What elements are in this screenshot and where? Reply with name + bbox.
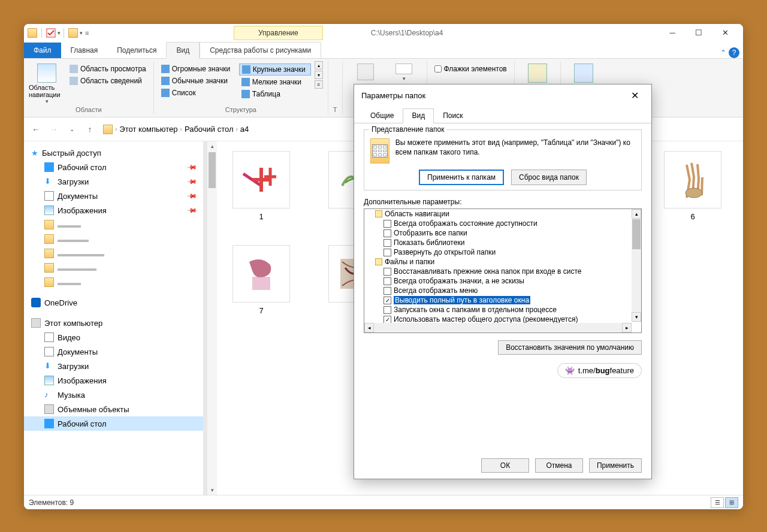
file-item[interactable]: 7 [231,245,291,315]
dialog-tab-general[interactable]: Общие [361,108,403,123]
file-label: 1 [259,212,263,221]
sidebar-recent-folder[interactable]: ▬▬▬ [24,275,203,289]
tree-category-files[interactable]: Файлы и папки [364,257,641,267]
tree-item[interactable]: Всегда отображать меню [364,286,641,295]
breadcrumb-seg-1[interactable]: Рабочий стол› [185,125,238,134]
tree-item[interactable]: Всегда отображать состояние доступности [364,219,641,228]
sidebar-item-downloads[interactable]: ⬇Загрузки📌 [24,174,203,189]
status-view-details[interactable]: ☰ [711,497,724,508]
reset-folders-button[interactable]: Сброс вида папок [511,170,587,185]
sidebar-item-pictures-pc[interactable]: Изображения [24,373,203,388]
sidebar-recent-folder[interactable]: ▬▬▬▬▬▬ [24,246,203,261]
layout-details[interactable]: Таблица [239,89,311,99]
advanced-settings-tree[interactable]: Область навигации Всегда отображать сост… [364,208,642,333]
sidebar-item-videos[interactable]: Видео [24,330,203,344]
maximize-button[interactable]: ☐ [686,24,712,41]
close-button[interactable]: ✕ [712,24,738,41]
pin-icon: 📌 [186,176,197,187]
minimize-button[interactable]: ─ [659,24,686,41]
quick-access-header[interactable]: ★ Быстрый доступ [24,146,203,160]
tree-item[interactable]: Показать библиотеки [364,238,641,247]
tab-home[interactable]: Главная [61,43,108,58]
pin-icon: 📌 [186,161,197,173]
restore-defaults-button[interactable]: Восстановить значения по умолчанию [498,340,642,355]
preview-pane-toggle[interactable]: Область просмотра [67,64,149,74]
back-button[interactable]: ← [29,122,43,137]
sidebar-recent-folder[interactable]: ▬▬▬ [24,217,203,232]
dialog-tab-search[interactable]: Поиск [434,108,472,123]
layout-extra-large[interactable]: Огромные значки [159,64,237,74]
details-pane-toggle[interactable]: Область сведений [67,75,149,86]
status-view-icons[interactable]: ⊞ [725,497,738,508]
qat-props[interactable]: ▾ [45,28,61,38]
sidebar-scrollbar[interactable]: ▴ ▾ [207,141,217,495]
tree-item[interactable]: Запускать окна с папками в отдельном про… [364,305,641,315]
onedrive-header[interactable]: OneDrive [24,295,203,310]
cancel-button[interactable]: Отмена [535,458,583,473]
apply-button[interactable]: Применить [589,458,642,473]
tree-category-nav[interactable]: Область навигации [364,209,641,219]
item-checkboxes-toggle[interactable]: Флажки элементов [432,64,509,74]
sidebar-item-documents-pc[interactable]: Документы [24,344,203,359]
sidebar-recent-folder[interactable]: ▬▬▬▬ [24,232,203,246]
sidebar-recent-folder[interactable]: ▬▬▬▬▬ [24,261,203,275]
breadcrumb-seg-0[interactable]: Этот компьютер› [119,125,182,134]
ribbon-collapse[interactable]: ⌃ [720,49,726,57]
tree-vertical-scrollbar[interactable]: ▴ ▾ [632,209,641,322]
up-button[interactable]: ↑ [83,122,97,137]
dialog-tab-view[interactable]: Вид [403,108,434,123]
tree-item-selected[interactable]: ✓Выводить полный путь в заголовке окна [364,295,641,305]
ok-button[interactable]: ОК [481,458,529,473]
sidebar-item-3d-objects[interactable]: Объемные объекты [24,402,203,416]
recent-locations[interactable]: ⌄ [65,122,79,137]
help-icon[interactable]: ? [729,47,739,58]
file-menu[interactable]: Файл [24,43,61,58]
apply-to-folders-button[interactable]: Применить к папкам [419,170,504,185]
qat-customize[interactable]: ≡ [84,29,90,37]
layout-medium[interactable]: Обычные значки [159,75,237,86]
layout-more[interactable]: ≡ [315,80,323,89]
tree-item[interactable]: Всегда отображать значки, а не эскизы [364,276,641,286]
dialog-titlebar: Параметры папок ✕ [354,84,651,106]
sidebar-item-documents[interactable]: Документы📌 [24,189,203,203]
tab-picture-tools[interactable]: Средства работы с рисунками [200,42,321,58]
group-by-button[interactable]: ▾ [386,61,422,81]
file-item[interactable]: 6 [663,151,723,221]
quick-access-toolbar: ▾ ▾ ≡ [26,28,90,38]
watermark: 👾 t.me/bugfeature [364,363,642,378]
folder-options-dialog: Параметры папок ✕ Общие Вид Поиск Предст… [354,84,652,479]
hide-selected-button[interactable] [520,61,555,84]
tree-item[interactable]: Развернуть до открытой папки [364,247,641,257]
forward-button[interactable]: → [47,122,61,137]
tree-item[interactable]: Восстанавливать прежние окна папок при в… [364,267,641,276]
folder-views-legend: Представление папок [369,125,446,134]
navigation-pane-button[interactable]: Область навигации ▾ [29,61,65,104]
sidebar-item-desktop[interactable]: Рабочий стол📌 [24,160,203,174]
layout-scroll-down[interactable]: ▾ [315,71,323,79]
breadcrumb-seg-2[interactable]: a4 [240,125,249,134]
folder-views-fieldset: Представление папок Вы можете применить … [364,129,642,191]
sidebar-item-pictures[interactable]: Изображения📌 [24,203,203,217]
dialog-title: Параметры папок [361,91,425,100]
tree-item[interactable]: ✓Использовать мастер общего доступа (рек… [364,315,641,323]
qat-new-folder[interactable]: ▾ [67,28,83,38]
sidebar-item-music[interactable]: ♪Музыка [24,388,203,402]
dialog-close-button[interactable]: ✕ [625,87,644,104]
layout-large[interactable]: Крупные значки [239,64,311,75]
sort-by-button[interactable] [348,61,384,81]
this-pc-header[interactable]: Этот компьютер [24,316,203,330]
layout-scroll-up[interactable]: ▴ [315,61,323,69]
advanced-settings-label: Дополнительные параметры: [364,198,642,206]
window-title-path: C:\Users\1\Desktop\a4 [371,29,443,37]
sidebar-item-downloads-pc[interactable]: ⬇Загрузки [24,359,203,373]
tree-item[interactable]: Отобразить все папки [364,228,641,238]
tree-horizontal-scrollbar[interactable]: ◂ ▸ [364,323,632,332]
file-thumbnail [664,151,721,208]
layout-list[interactable]: Список [159,87,237,98]
statusbar: Элементов: 9 ☰ ⊞ [24,495,743,509]
sidebar-item-desktop-pc[interactable]: Рабочий стол [24,416,203,431]
file-item[interactable]: 1 [231,151,291,221]
layout-small[interactable]: Мелкие значки [239,77,311,87]
tab-view[interactable]: Вид [166,42,200,59]
tab-share[interactable]: Поделиться [107,43,166,58]
